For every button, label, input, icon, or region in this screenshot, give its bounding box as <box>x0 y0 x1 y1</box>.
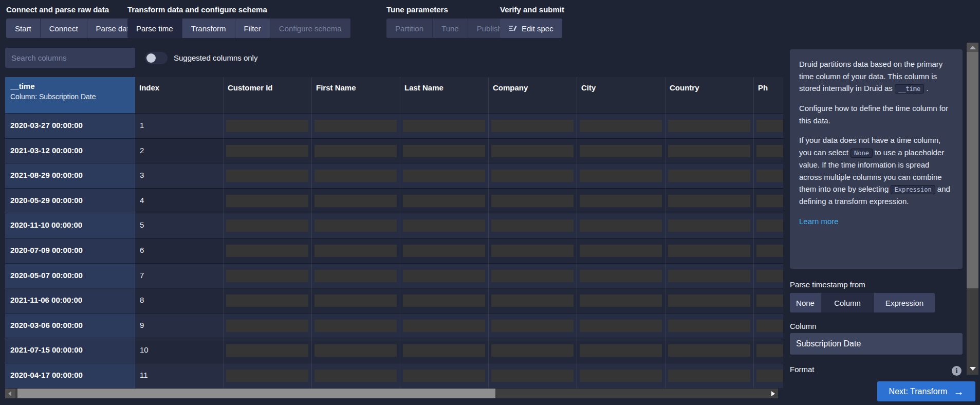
redacted-cell-first-name <box>312 313 400 338</box>
step-parse-time[interactable]: Parse time <box>127 19 182 38</box>
column-select[interactable]: Subscription Date <box>790 333 963 355</box>
column-header-country[interactable]: Country <box>665 77 754 113</box>
redaction-box <box>756 370 783 382</box>
time-cell: 2020-03-27 00:00:00 <box>5 113 135 138</box>
callout-paragraph-1: Druid partitions data based on the prima… <box>799 58 953 95</box>
step-connect[interactable]: Connect <box>41 19 87 38</box>
redacted-cell-country <box>665 163 754 188</box>
redaction-box <box>226 294 308 307</box>
vertical-scrollbar[interactable] <box>967 43 978 375</box>
redacted-cell-last-name <box>400 338 489 363</box>
index-cell: 6 <box>135 238 224 263</box>
column-header-city[interactable]: City <box>577 77 665 113</box>
redaction-box <box>668 170 750 182</box>
search-columns-input[interactable] <box>5 48 135 68</box>
redaction-box <box>226 245 308 257</box>
step-label: Parse time <box>136 24 173 33</box>
redaction-box <box>403 120 485 132</box>
toggle-knob <box>146 53 156 63</box>
inline-code-chip: Expression <box>891 185 935 194</box>
redaction-box <box>668 195 750 207</box>
scroll-left-arrow-icon[interactable] <box>5 389 15 398</box>
scroll-up-arrow-icon[interactable] <box>967 43 978 52</box>
redaction-box <box>668 370 750 382</box>
redacted-cell-city <box>577 188 665 213</box>
column-header-last-name[interactable]: Last Name <box>400 77 489 113</box>
parse-from-option-none[interactable]: None <box>790 293 821 312</box>
redacted-cell-ph <box>754 163 783 188</box>
redacted-cell-last-name <box>400 238 489 263</box>
table-row: 2021-11-06 00:00:008 <box>5 288 783 313</box>
redacted-cell-customer-id <box>224 288 312 313</box>
redacted-cell-customer-id <box>224 313 312 338</box>
redacted-cell-company <box>489 263 577 288</box>
redaction-box <box>668 145 750 157</box>
redaction-box <box>491 370 574 382</box>
redaction-box <box>226 195 308 207</box>
redacted-cell-country <box>665 288 754 313</box>
callout-paragraph-3: If your data does not have a time column… <box>799 134 953 207</box>
info-icon[interactable]: i <box>952 366 961 376</box>
redaction-box <box>491 120 574 132</box>
redacted-cell-ph <box>754 263 783 288</box>
redacted-cell-customer-id <box>224 138 312 163</box>
redacted-cell-last-name <box>400 113 489 138</box>
step-filter[interactable]: Filter <box>235 19 270 38</box>
redacted-cell-first-name <box>312 113 400 138</box>
table-row: 2021-08-29 00:00:003 <box>5 163 783 188</box>
step-label: Publish <box>477 24 502 33</box>
time-cell: 2020-07-09 00:00:00 <box>5 238 135 263</box>
scroll-down-arrow-icon[interactable] <box>970 367 976 371</box>
horizontal-scrollbar-thumb[interactable] <box>17 389 495 398</box>
redaction-box <box>403 320 485 332</box>
redaction-box <box>403 195 485 207</box>
redacted-cell-country <box>665 188 754 213</box>
redaction-box <box>491 219 574 232</box>
redaction-box <box>315 320 397 332</box>
redacted-cell-city <box>577 138 665 163</box>
column-header-company[interactable]: Company <box>489 77 577 113</box>
edit-spec-icon <box>509 24 517 32</box>
step-edit-spec[interactable]: Edit spec <box>500 19 562 38</box>
redaction-box <box>315 370 397 382</box>
redacted-cell-city <box>577 288 665 313</box>
column-header-index[interactable]: Index <box>135 77 224 113</box>
step-partition: Partition <box>386 19 433 38</box>
column-header-first-name[interactable]: First Name <box>312 77 400 113</box>
index-cell: 8 <box>135 288 224 313</box>
suggested-columns-toggle[interactable] <box>145 52 168 64</box>
workflow-group-title: Tune parameters <box>386 5 511 14</box>
redaction-box <box>226 320 308 332</box>
redacted-cell-customer-id <box>224 113 312 138</box>
redacted-cell-ph <box>754 138 783 163</box>
column-header-customer-id[interactable]: Customer Id <box>224 77 312 113</box>
time-column-header[interactable]: __time Column: Subscription Date <box>5 77 135 113</box>
redaction-box <box>756 145 783 157</box>
druid-load-data-console: Connect and parse raw dataStartConnectPa… <box>0 0 980 405</box>
vertical-scrollbar-thumb[interactable] <box>967 52 978 288</box>
redacted-cell-first-name <box>312 238 400 263</box>
index-cell: 10 <box>135 338 224 363</box>
time-cell: 2021-07-15 00:00:00 <box>5 338 135 363</box>
index-cell: 5 <box>135 213 224 238</box>
next-transform-button[interactable]: Next: Transform → <box>877 381 975 401</box>
arrow-right-icon: → <box>953 386 964 397</box>
table-row: 2020-03-06 00:00:009 <box>5 313 783 338</box>
redaction-box <box>491 320 574 332</box>
step-start[interactable]: Start <box>6 19 41 38</box>
redaction-box <box>315 145 397 157</box>
parse-from-option-expression[interactable]: Expression <box>874 293 935 312</box>
step-tune: Tune <box>433 19 468 38</box>
redaction-box <box>580 145 662 157</box>
redaction-box <box>226 219 308 232</box>
horizontal-scrollbar[interactable] <box>5 389 778 398</box>
step-transform[interactable]: Transform <box>182 19 235 38</box>
learn-more-link[interactable]: Learn more <box>799 217 839 226</box>
scroll-right-arrow-icon[interactable] <box>771 391 775 396</box>
redaction-box <box>226 120 308 132</box>
table-row: 2020-07-09 00:00:006 <box>5 238 783 263</box>
column-header-ph[interactable]: Ph <box>754 77 783 113</box>
parse-from-option-column[interactable]: Column <box>821 293 874 312</box>
redaction-box <box>580 245 662 257</box>
parse-timestamp-from-label: Parse timestamp from <box>790 280 865 289</box>
